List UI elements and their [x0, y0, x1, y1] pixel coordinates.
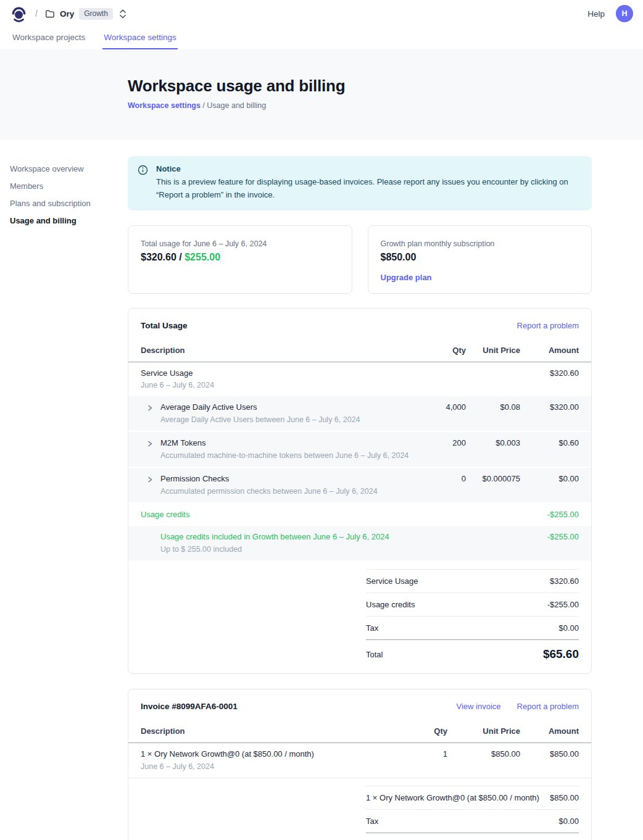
help-link[interactable]: Help — [587, 9, 605, 19]
row-unit-price — [466, 509, 520, 520]
panel-title: Total Usage — [141, 321, 501, 330]
row-unit-price: $850.00 — [447, 749, 520, 771]
sidebar-item-plans-and-subscription[interactable]: Plans and subscription — [10, 194, 128, 212]
col-unit-price: Unit Price — [466, 346, 520, 355]
sidebar-item-usage-and-billing[interactable]: Usage and billing — [10, 212, 128, 229]
table-row: M2M Tokens Accumulated machine-to-machin… — [128, 432, 591, 468]
sidebar-item-workspace-overview[interactable]: Workspace overview — [10, 160, 128, 177]
sidebar-item-members[interactable]: Members — [10, 177, 128, 194]
table-row: 1 × Ory Network Growth@0 (at $850.00 / m… — [128, 743, 591, 778]
col-qty: Qty — [409, 726, 447, 736]
notice-title: Notice — [156, 164, 581, 173]
row-subtitle: Accumulated machine-to-machine tokens be… — [160, 451, 409, 460]
row-qty — [417, 531, 466, 554]
page-header: Workspace usage and billing Workspace se… — [0, 49, 643, 140]
grand-total-row: Total $850.00 — [366, 833, 579, 840]
row-unit-price — [466, 531, 520, 554]
col-description: Description — [141, 346, 417, 355]
total-usage-panel: Total Usage Report a problem Description… — [128, 308, 592, 675]
table-header: Description Qty Unit Price Amount — [128, 720, 591, 743]
totals-label: Tax — [366, 817, 378, 826]
invoice-panel: Invoice #8099AFA6-0001 View invoice Repo… — [128, 689, 592, 840]
breadcrumb-current: Usage and billing — [207, 101, 266, 110]
totals-value: $0.00 — [558, 623, 579, 633]
ory-logo-icon[interactable] — [11, 4, 27, 23]
row-title: Average Daily Active Users — [160, 402, 360, 413]
row-unit-price: $0.08 — [466, 402, 520, 425]
totals-row: Service Usage $320.60 — [366, 570, 579, 593]
row-amount: $0.60 — [520, 438, 579, 460]
report-problem-link[interactable]: Report a problem — [517, 321, 579, 330]
row-qty: 0 — [417, 473, 466, 496]
chevron-right-icon[interactable] — [146, 439, 154, 448]
unfold-more-icon[interactable] — [119, 9, 127, 19]
totals-value: $0.00 — [558, 817, 579, 826]
col-description: Description — [141, 726, 409, 736]
grand-total-label: Total — [366, 650, 383, 659]
row-qty — [417, 368, 466, 391]
tab-workspace-settings[interactable]: Workspace settings — [102, 27, 178, 49]
row-unit-price — [466, 368, 520, 391]
row-unit-price: $0.000075 — [466, 473, 520, 496]
row-qty: 4,000 — [417, 402, 466, 425]
chevron-right-icon[interactable] — [146, 404, 154, 412]
report-problem-link[interactable]: Report a problem — [517, 702, 579, 711]
row-unit-price: $0.003 — [466, 438, 520, 460]
table-row: Service Usage June 6 – July 6, 2024 $320… — [128, 362, 591, 397]
breadcrumb-link[interactable]: Workspace settings — [128, 101, 201, 110]
row-subtitle: June 6 – July 6, 2024 — [141, 762, 314, 771]
totals-row: Usage credits -$255.00 — [366, 593, 579, 617]
col-unit-price: Unit Price — [447, 726, 520, 736]
totals-row: Tax $0.00 — [366, 617, 579, 639]
card-label: Total usage for June 6 – July 6, 2024 — [141, 239, 339, 248]
totals-row: Tax $0.00 — [366, 810, 579, 833]
card-value: $850.00 — [381, 252, 579, 263]
row-amount: $0.00 — [520, 473, 579, 496]
tab-workspace-projects[interactable]: Workspace projects — [11, 27, 86, 49]
card-label: Growth plan monthly subscription — [381, 239, 579, 248]
totals-label: Tax — [366, 623, 378, 633]
table-row: Average Daily Active Users Average Daily… — [128, 396, 591, 432]
breadcrumb-separator: / — [35, 9, 38, 19]
totals-row: 1 × Ory Network Growth@0 (at $850.00 / m… — [366, 786, 579, 810]
notice-body: This is a preview feature for displaying… — [156, 176, 581, 202]
view-invoice-link[interactable]: View invoice — [457, 702, 501, 711]
row-title: M2M Tokens — [160, 438, 409, 449]
card-value: $320.60 / $255.00 — [141, 252, 339, 263]
row-title: Usage credits included in Growth between… — [160, 531, 389, 543]
workspace-tabs: Workspace projectsWorkspace settings — [0, 27, 643, 49]
table-row: Permission Checks Accumulated permission… — [128, 468, 591, 504]
info-icon — [138, 165, 148, 202]
top-bar: / Ory Growth Help H — [0, 0, 643, 27]
totals-value: $850.00 — [550, 793, 579, 802]
chevron-right-icon[interactable] — [146, 475, 154, 484]
col-amount: Amount — [520, 726, 579, 736]
col-qty: Qty — [417, 346, 466, 355]
row-qty: 200 — [417, 438, 466, 460]
row-subtitle: Up to $ 255.00 included — [160, 544, 389, 554]
table-row: Usage credits included in Growth between… — [128, 526, 591, 562]
table-header: Description Qty Unit Price Amount — [128, 339, 591, 362]
table-row: Usage credits -$255.00 — [128, 504, 591, 526]
row-amount: $320.60 — [520, 368, 579, 391]
avatar[interactable]: H — [616, 5, 633, 22]
col-amount: Amount — [520, 346, 579, 355]
notice-banner: Notice This is a preview feature for dis… — [128, 156, 592, 210]
total-usage-card: Total usage for June 6 – July 6, 2024 $3… — [128, 225, 352, 294]
row-amount: $850.00 — [520, 749, 579, 771]
totals-label: Service Usage — [366, 576, 418, 586]
row-qty — [417, 509, 466, 520]
row-title: Permission Checks — [160, 473, 378, 484]
panel-title: Invoice #8099AFA6-0001 — [141, 702, 441, 711]
usage-used: $320.60 — [141, 252, 176, 262]
upgrade-plan-link[interactable]: Upgrade plan — [381, 273, 579, 282]
breadcrumb: Workspace settings / Usage and billing — [128, 101, 643, 110]
row-amount: $320.00 — [520, 402, 579, 425]
row-subtitle: Average Daily Active Users between June … — [160, 415, 360, 425]
totals-value: $320.60 — [550, 576, 579, 586]
grand-total-row: Total $65.60 — [366, 639, 579, 665]
workspace-switcher[interactable]: Ory Growth — [45, 8, 127, 20]
row-amount: -$255.00 — [520, 531, 579, 554]
row-subtitle: June 6 – July 6, 2024 — [141, 380, 214, 390]
usage-included: $255.00 — [185, 252, 220, 262]
